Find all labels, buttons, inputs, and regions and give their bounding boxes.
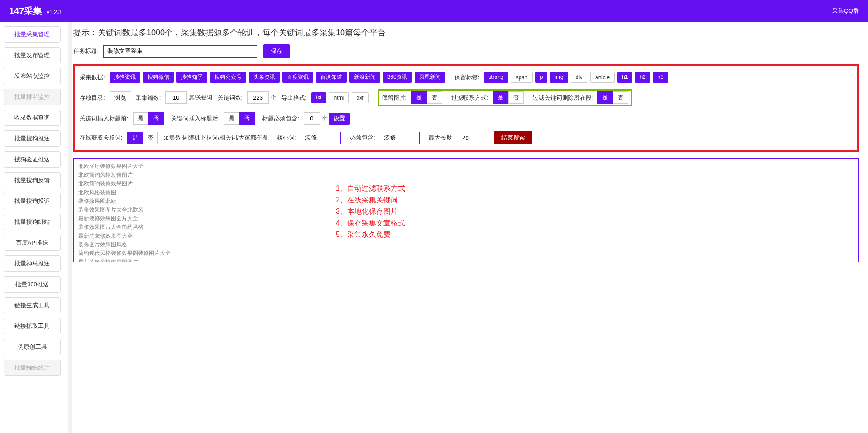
keep-tags-group: strongspanpimgdivarticleh1h2h3	[484, 72, 671, 83]
sidebar-item[interactable]: 搜狗验证推送	[4, 151, 61, 168]
sidebar-item[interactable]: 批量搜狗投诉	[4, 193, 61, 209]
keep-tag[interactable]: strong	[484, 72, 508, 83]
keep-tag[interactable]: h2	[635, 72, 650, 83]
sidebar-item[interactable]: 发布站点监控	[4, 68, 61, 84]
app-header: 147采集 v1.2.3 采集QQ群	[0, 0, 868, 22]
core-word-input[interactable]	[301, 132, 341, 144]
sidebar-item[interactable]: 批量360推送	[4, 276, 61, 293]
app-title: 147采集	[9, 6, 42, 16]
keep-tag[interactable]: h1	[617, 72, 632, 83]
source-tag[interactable]: 360资讯	[383, 72, 412, 83]
sidebar-item[interactable]: 批量发布管理	[4, 47, 61, 63]
insert-before-label: 关键词插入标题前:	[80, 115, 129, 123]
browse-button[interactable]: 浏览	[110, 91, 131, 104]
export-tag[interactable]: html	[329, 92, 349, 103]
keep-tag[interactable]: article	[590, 72, 615, 83]
save-button[interactable]: 保存	[263, 44, 290, 58]
set-button[interactable]: 设置	[329, 113, 350, 125]
sidebar-item[interactable]: 百度API推送	[4, 235, 61, 251]
collect-sources-label: 采集数据:	[80, 73, 105, 82]
insert-after-toggle[interactable]: 是 否	[224, 112, 255, 125]
sidebar: 批量采集管理批量发布管理发布站点监控批量排名监控收录数据查询批量搜狗推送搜狗验证…	[0, 22, 64, 385]
kw-count-label: 关键词数:	[218, 94, 243, 102]
filter-kw-para-label: 过滤关键词删除所在段:	[533, 94, 593, 102]
source-tag[interactable]: 百度资讯	[282, 72, 313, 83]
sidebar-item[interactable]: 批量搜狗反馈	[4, 172, 61, 188]
filter-kw-para-toggle[interactable]: 是 否	[597, 91, 628, 104]
source-tag[interactable]: 搜狗资讯	[110, 72, 140, 83]
source-tag[interactable]: 新浪新闻	[349, 72, 380, 83]
title-must-suffix: 个	[322, 115, 327, 122]
count-suffix: 篇/关键词	[189, 94, 212, 101]
qq-group-link[interactable]: 采集QQ群	[832, 7, 859, 15]
sidebar-item[interactable]: 批量采集管理	[4, 26, 61, 43]
task-title-row: 任务标题: 保存	[73, 44, 859, 58]
max-length-input[interactable]	[458, 132, 485, 144]
keep-tags-label: 保留标签:	[454, 73, 480, 82]
source-tag[interactable]: 搜狗微信	[143, 72, 174, 83]
source-tag[interactable]: 百度知道	[316, 72, 347, 83]
sidebar-item: 批量蜘蛛统计	[4, 360, 61, 376]
keep-tag[interactable]: h3	[653, 72, 668, 83]
must-contain-label: 必须包含:	[350, 134, 375, 142]
sidebar-item[interactable]: 伪原创工具	[4, 339, 61, 355]
app-version: v1.2.3	[47, 9, 62, 15]
highlight-green-box: 保留图片: 是 否 过滤联系方式: 是 否 过滤关键词删除所在段: 是	[378, 89, 633, 106]
highlight-red-box: 采集数据: 搜狗资讯搜狗微信搜狗知乎搜狗公众号头条资讯百度资讯百度知道新浪新闻3…	[73, 64, 859, 152]
keywords-textarea[interactable]	[73, 158, 859, 262]
keep-image-toggle[interactable]: 是 否	[411, 91, 442, 104]
filter-contact-label: 过滤联系方式:	[451, 94, 488, 102]
keep-tag[interactable]: span	[511, 72, 533, 83]
end-search-button[interactable]: 结束搜索	[494, 131, 532, 144]
kw-count-input[interactable]	[247, 91, 269, 104]
sidebar-item[interactable]: 批量搜狗推送	[4, 130, 61, 147]
sidebar-item[interactable]: 批量神马推送	[4, 255, 61, 272]
source-tag[interactable]: 凤凰新闻	[415, 72, 445, 83]
source-tag[interactable]: 搜狗公众号	[210, 72, 246, 83]
sidebar-item[interactable]: 链接抓取工具	[4, 318, 61, 334]
task-title-label: 任务标题:	[73, 47, 99, 55]
export-tag[interactable]: xxf	[352, 92, 368, 103]
main-content: 提示：关键词数最多1000个，采集数据源多个轮训，每个关键词最多采集10篇每个平…	[64, 22, 868, 385]
insert-before-toggle[interactable]: 是 否	[133, 112, 164, 125]
collect-sources-group: 搜狗资讯搜狗微信搜狗知乎搜狗公众号头条资讯百度资讯百度知道新浪新闻360资讯凤凰…	[110, 72, 448, 83]
export-tag[interactable]: txt	[311, 92, 326, 103]
keep-tag[interactable]: div	[571, 72, 587, 83]
header-left: 147采集 v1.2.3	[9, 5, 62, 17]
must-contain-input[interactable]	[380, 132, 420, 144]
kw-count-suffix: 个	[271, 94, 276, 101]
filter-contact-toggle[interactable]: 是 否	[493, 91, 524, 104]
insert-after-label: 关键词插入标题后:	[171, 115, 220, 123]
hint-text: 提示：关键词数最多1000个，采集数据源多个轮训，每个关键词最多采集10篇每个平…	[73, 27, 859, 38]
max-length-label: 最大长度:	[429, 134, 454, 142]
export-format-group: txthtmlxxf	[311, 92, 372, 103]
source-tag[interactable]: 搜狗知乎	[176, 72, 207, 83]
collect-note: 采集数据 随机下拉词/相关词/大家都在搜	[163, 134, 268, 142]
online-related-toggle[interactable]: 是 否	[127, 132, 158, 144]
sidebar-item[interactable]: 链接生成工具	[4, 297, 61, 313]
export-label: 导出格式:	[281, 94, 307, 102]
keep-tag[interactable]: img	[550, 72, 568, 83]
sidebar-item[interactable]: 批量搜狗绑站	[4, 214, 61, 230]
online-related-label: 在线获取关联词:	[80, 134, 123, 142]
task-title-input[interactable]	[103, 45, 257, 58]
keep-image-label: 保留图片:	[382, 94, 407, 102]
source-tag[interactable]: 头条资讯	[249, 72, 280, 83]
title-must-input[interactable]	[304, 112, 320, 125]
sidebar-item: 批量排名监控	[4, 89, 61, 105]
keep-tag[interactable]: p	[535, 72, 548, 83]
core-word-label: 核心词:	[277, 134, 296, 142]
title-must-label: 标题必须包含:	[262, 115, 299, 123]
dir-label: 存放目录:	[80, 94, 105, 102]
count-label: 采集篇数:	[136, 94, 161, 102]
sidebar-item[interactable]: 收录数据查询	[4, 110, 61, 126]
count-input[interactable]	[165, 91, 187, 104]
